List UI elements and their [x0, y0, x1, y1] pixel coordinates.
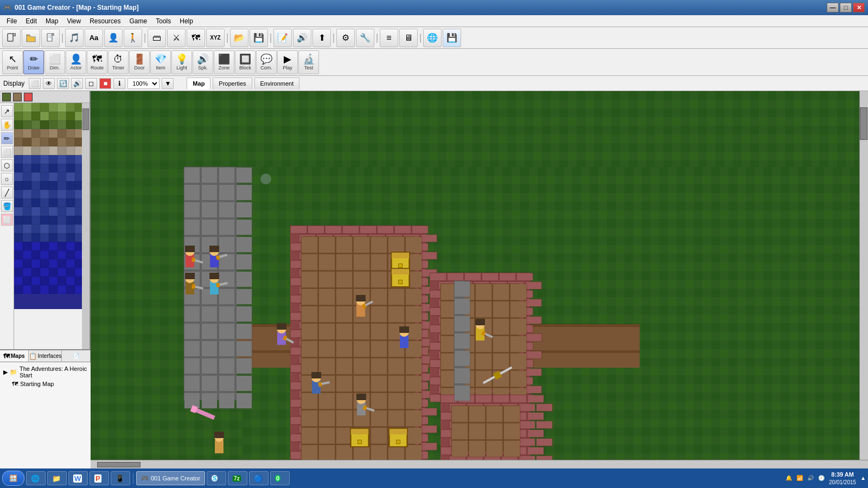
tool-light[interactable]: 💡 Light [171, 50, 192, 74]
block-label: Block [239, 65, 251, 70]
music-button[interactable]: 🎵 [65, 29, 84, 47]
tree-group-label[interactable]: ▶ 📁 The Adventures: A Heroic Start [2, 364, 88, 380]
map-vscroll[interactable] [859, 91, 868, 460]
task-7zip[interactable]: 7z [228, 471, 247, 485]
lt-fill[interactable]: 🪣 [1, 200, 13, 212]
display-toggle3[interactable]: 🔃 [57, 78, 69, 89]
menu-file[interactable]: File [2, 16, 21, 26]
lt-rect[interactable]: ⬜ [1, 146, 13, 158]
tool-route[interactable]: 🗺 Route [87, 50, 107, 74]
map-canvas [91, 91, 868, 460]
lt-arrow[interactable]: ↗ [1, 105, 13, 117]
display-toggle6[interactable]: ■ [99, 78, 111, 89]
display-toggle5[interactable]: ◻ [85, 78, 97, 89]
open-file-button[interactable] [41, 29, 60, 47]
zoom-select[interactable]: 50% 75% 100% 150% 200% [127, 78, 159, 89]
save-map-button[interactable]: 💾 [250, 29, 268, 47]
task-app[interactable]: 0 [270, 471, 290, 485]
menu-tools[interactable]: Tools [151, 16, 175, 26]
display-toggle4[interactable]: 🔊 [71, 78, 83, 89]
task-gamecreator[interactable]: 🎮 001 Game Creator [136, 471, 205, 485]
clock-display: 8:39 AM 20/01/2015 [829, 471, 856, 485]
display-toggle7[interactable]: ℹ [113, 78, 125, 89]
list-button[interactable]: ≡ [380, 29, 398, 47]
lt-line[interactable]: ╱ [1, 187, 13, 198]
tool-item[interactable]: 💎 Item [150, 50, 171, 74]
lt-eraser[interactable]: ⬜ [1, 214, 13, 226]
map-vscroll-thumb[interactable] [860, 107, 867, 140]
tool-draw[interactable]: ✏ Draw [23, 50, 44, 74]
tile-palette[interactable] [14, 103, 90, 349]
map-button[interactable]: 🗺 [187, 29, 205, 47]
task-device[interactable]: 📱 [111, 471, 130, 485]
palette-vscroll[interactable] [82, 103, 90, 349]
titlebar: 🎮 001 Game Creator - [Map - Starting Map… [0, 0, 868, 15]
game-canvas[interactable] [91, 91, 859, 460]
tab-maps[interactable]: 🗺 Maps [0, 350, 29, 362]
menu-view[interactable]: View [62, 16, 85, 26]
tool-point[interactable]: ↖ Point [2, 50, 23, 74]
task-chrome[interactable]: 🔵 [249, 471, 269, 485]
map-hscroll[interactable] [91, 460, 868, 468]
lt-free[interactable]: ⬡ [1, 159, 13, 171]
tool-timer[interactable]: ⏱ Timer [108, 50, 129, 74]
tool-spk[interactable]: 🔊 Spk. [193, 50, 213, 74]
task-ie[interactable]: 🌐 [26, 471, 46, 485]
map-icon: 🗺 [12, 381, 18, 387]
hscroll-thumb[interactable] [97, 462, 141, 467]
folder-button[interactable]: 📂 [230, 29, 248, 47]
close-button[interactable]: ✕ [853, 3, 865, 12]
font-button[interactable]: Aa [85, 29, 103, 47]
menu-edit[interactable]: Edit [21, 16, 41, 26]
text-button[interactable]: 📝 [273, 29, 292, 47]
monitor-button[interactable]: 🖥 [399, 29, 418, 47]
tool-actor[interactable]: 👤 Actor [66, 50, 86, 74]
globe-button[interactable]: 🌐 [423, 29, 442, 47]
import-button[interactable]: ⬆ [312, 29, 331, 47]
task-skype[interactable]: S [207, 471, 226, 485]
tool-play[interactable]: ▶ Play [277, 50, 298, 74]
database-button[interactable]: 🗃 [148, 29, 166, 47]
task-word[interactable]: W [68, 471, 88, 485]
tool-com[interactable]: 💬 Com. [256, 50, 277, 74]
minimize-button[interactable]: — [827, 3, 839, 12]
display-toggle2[interactable]: 👁 [43, 78, 55, 89]
task-ppt[interactable]: P [90, 471, 109, 485]
task-folder[interactable]: 📁 [47, 471, 67, 485]
speaker-button[interactable]: 🔊 [293, 29, 311, 47]
menu-resources[interactable]: Resources [85, 16, 125, 26]
palette-canvas[interactable] [14, 103, 90, 309]
tool-dim[interactable]: ⬜ Dim. [44, 50, 65, 74]
settings-button[interactable]: ⚙ [336, 29, 355, 47]
lt-circle[interactable]: ○ [1, 173, 13, 185]
tree-item-starting-map[interactable]: 🗺 Starting Map [2, 380, 88, 388]
character-button[interactable]: 👤 [104, 29, 123, 47]
save-button[interactable]: 💾 [443, 29, 461, 47]
tool-door[interactable]: 🚪 Door [129, 50, 150, 74]
systray-expand[interactable]: ▲ [860, 475, 866, 481]
lt-hand[interactable]: ✋ [1, 119, 13, 131]
tab-interfaces[interactable]: 📋 Interfaces [29, 350, 62, 362]
equip-button[interactable]: ⚔ [167, 29, 186, 47]
tool-test[interactable]: 🔬 Test [298, 50, 319, 74]
open-project-button[interactable] [22, 29, 40, 47]
tool-block[interactable]: 🔲 Block [235, 50, 256, 74]
start-button[interactable]: 🪟 [2, 471, 24, 486]
display-toggle1[interactable]: ⬜ [29, 78, 41, 89]
menu-help[interactable]: Help [175, 16, 197, 26]
new-project-button[interactable] [2, 29, 21, 47]
tab-map[interactable]: Map [187, 78, 210, 89]
xyz-button[interactable]: XYZ [206, 29, 225, 47]
tab-files[interactable]: 📄 [62, 350, 91, 362]
lt-pencil[interactable]: ✏ [1, 132, 13, 144]
maximize-button[interactable]: □ [840, 3, 852, 12]
palette-vscroll-thumb[interactable] [82, 108, 89, 130]
tab-environment[interactable]: Environment [254, 78, 300, 89]
menu-map[interactable]: Map [41, 16, 62, 26]
zoom-dropdown[interactable]: ▼ [162, 78, 174, 89]
tool-zone[interactable]: ⬛ Zone [214, 50, 234, 74]
tab-properties[interactable]: Properties [213, 78, 252, 89]
gear2-button[interactable]: 🔧 [356, 29, 374, 47]
menu-game[interactable]: Game [125, 16, 152, 26]
walk-button[interactable]: 🚶 [124, 29, 142, 47]
